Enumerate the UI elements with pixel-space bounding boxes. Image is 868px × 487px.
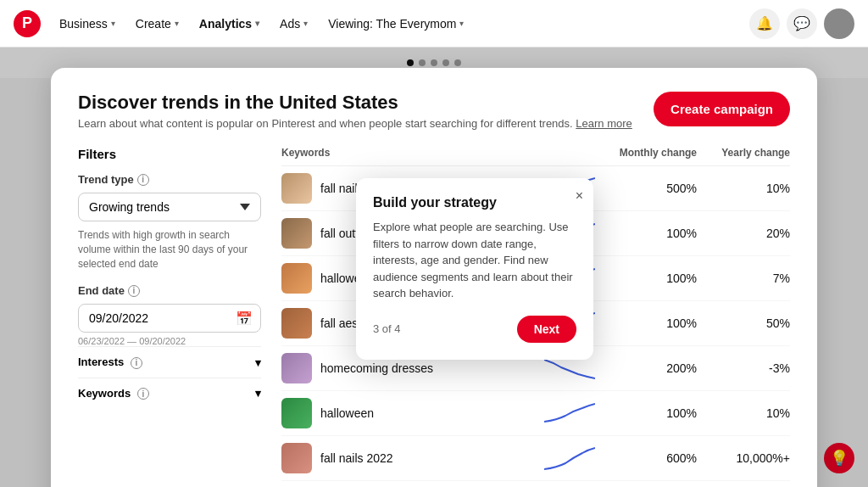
chevron-down-icon: ▾ (303, 19, 308, 28)
monthly-change: 100% (595, 316, 697, 330)
monthly-change: 500% (595, 182, 697, 195)
monthly-change: 100% (595, 406, 697, 420)
pinterest-logo[interactable]: P (14, 10, 41, 37)
table-row: halloween 100% 10% (281, 391, 790, 436)
monthly-change: 200% (595, 361, 697, 375)
tooltip-footer: 3 of 4 Next (373, 316, 576, 343)
th-keywords: Keywords (281, 147, 510, 159)
trend-type-select[interactable]: Growing trends (78, 193, 261, 221)
end-date-label: End date i (78, 284, 261, 297)
nav-bar: P Business ▾ Create ▾ Analytics ▾ Ads ▾ … (0, 0, 868, 48)
keyword-name: halloween (320, 406, 374, 420)
create-campaign-button[interactable]: Create campaign (654, 92, 790, 126)
keyword-thumbnail (281, 218, 312, 249)
keywords-info-icon: i (137, 388, 149, 400)
messages-button[interactable]: 💬 (787, 8, 817, 39)
nav-item-ads[interactable]: Ads ▾ (271, 10, 316, 37)
tooltip-body: Explore what people are searching. Use f… (373, 219, 576, 302)
nav-item-create[interactable]: Create ▾ (127, 10, 187, 37)
yearly-change: 50% (697, 316, 790, 330)
modal-header: Discover trends in the United States Lea… (78, 92, 790, 130)
monthly-change: 100% (595, 227, 697, 240)
keywords-chevron-icon: ▾ (255, 387, 261, 400)
mini-chart (510, 400, 595, 426)
keyword-name: homecoming dresses (320, 361, 433, 375)
tooltip-close-button[interactable]: × (576, 188, 583, 204)
modal-wrapper: Discover trends in the United States Lea… (51, 68, 817, 487)
modal-subtitle: Learn about what content is popular on P… (78, 117, 632, 130)
tooltip-steps: 3 of 4 (373, 322, 401, 335)
calendar-icon: 📅 (236, 311, 253, 327)
modal-title: Discover trends in the United States (78, 92, 632, 114)
nav-right: 🔔 💬 (749, 8, 854, 39)
keyword-cell: halloween (281, 398, 510, 428)
interests-expandable[interactable]: Interests i ▾ (78, 346, 261, 378)
interests-label: Interests i (78, 355, 142, 369)
filters-title: Filters (78, 147, 261, 161)
yearly-change: 10% (697, 406, 790, 420)
mini-chart (510, 445, 595, 471)
keyword-thumbnail (281, 353, 312, 383)
date-range: 06/23/2022 — 09/20/2022 (78, 336, 261, 346)
modal-header-text: Discover trends in the United States Lea… (78, 92, 632, 130)
filters-panel: Filters Trend type i Growing trends Tren… (78, 147, 281, 487)
table-row: fall 100% 10% (281, 481, 790, 487)
tooltip-popup: × Build your strategy Explore what peopl… (356, 178, 593, 360)
keywords-label: Keywords i (78, 387, 149, 400)
chevron-down-icon: ▾ (111, 19, 115, 28)
interests-info-icon: i (131, 357, 142, 369)
tooltip-next-button[interactable]: Next (517, 316, 576, 343)
yearly-change: -3% (697, 361, 790, 375)
monthly-change: 100% (595, 271, 697, 285)
keyword-thumbnail (281, 173, 312, 204)
yearly-change: 20% (697, 227, 790, 240)
keywords-expandable[interactable]: Keywords i ▾ (78, 378, 261, 409)
yearly-change: 10,000%+ (697, 451, 790, 465)
trend-type-info-icon[interactable]: i (137, 174, 149, 186)
user-avatar[interactable] (824, 8, 854, 39)
yearly-change: 10% (697, 182, 790, 195)
tooltip-title: Build your strategy (373, 195, 576, 210)
nav-item-viewing[interactable]: Viewing: The Everymom ▾ (320, 10, 472, 37)
th-yearly: Yearly change (697, 147, 790, 159)
nav-item-analytics[interactable]: Analytics ▾ (191, 10, 268, 37)
th-chart (510, 147, 595, 159)
keyword-thumbnail (281, 398, 312, 428)
trend-type-label: Trend type i (78, 173, 261, 186)
mini-chart (510, 355, 595, 381)
table-header: Keywords Monthly change Yearly change (281, 147, 790, 166)
interests-chevron-icon: ▾ (255, 356, 261, 369)
keyword-thumbnail (281, 263, 312, 294)
chevron-down-icon: ▾ (175, 19, 179, 28)
keyword-name: fall nails 2022 (320, 451, 393, 465)
date-input[interactable] (78, 304, 261, 333)
nav-items: Business ▾ Create ▾ Analytics ▾ Ads ▾ Vi… (51, 10, 749, 37)
end-date-info-icon[interactable]: i (128, 285, 140, 297)
nav-item-business[interactable]: Business ▾ (51, 10, 124, 37)
chevron-down-icon: ▾ (255, 19, 259, 28)
keyword-cell: fall nails 2022 (281, 443, 510, 473)
table-row: fall nails 2022 600% 10,000%+ (281, 436, 790, 481)
yearly-change: 7% (697, 271, 790, 285)
keyword-thumbnail (281, 443, 312, 473)
date-input-wrap: 📅 (78, 304, 261, 333)
monthly-change: 600% (595, 451, 697, 465)
notifications-button[interactable]: 🔔 (749, 8, 780, 39)
learn-more-link[interactable]: Learn more (576, 117, 632, 130)
chevron-down-icon: ▾ (459, 19, 464, 28)
trend-type-hint: Trends with high growth in search volume… (78, 228, 261, 271)
keyword-thumbnail (281, 308, 312, 339)
th-monthly: Monthly change (595, 147, 697, 159)
